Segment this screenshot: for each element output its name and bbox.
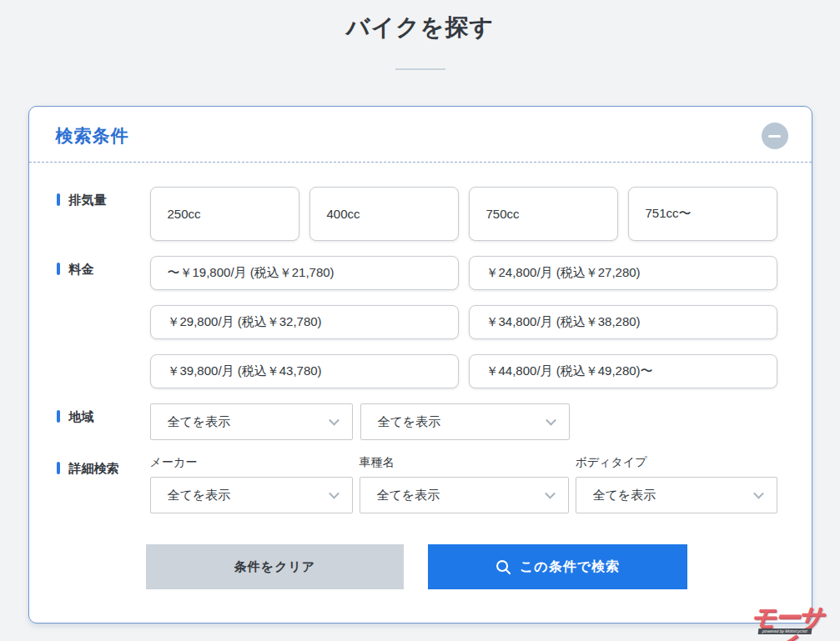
accent-bar-icon: [57, 410, 60, 423]
price-option-5[interactable]: ￥39,800/月 (税込￥43,780): [150, 354, 459, 388]
displacement-option-750cc[interactable]: 750cc: [469, 187, 618, 241]
mosai-logo[interactable]: モーサイ powered by Motorcyclist: [738, 603, 832, 638]
accent-bar-icon: [57, 462, 60, 474]
panel-title: 検索条件: [56, 124, 129, 148]
row-price: 料金 〜￥19,800/月 (税込￥21,780) ￥24,800/月 (税込￥…: [57, 256, 777, 388]
actions-row: 条件をクリア この条件で検索: [57, 544, 777, 589]
displacement-option-400cc[interactable]: 400cc: [309, 187, 459, 241]
search-conditions-panel: 検索条件 排気量 250cc 400cc 750cc 751cc〜: [28, 106, 812, 623]
chevron-down-icon: [546, 415, 556, 426]
displacement-options: 250cc 400cc 750cc 751cc〜: [150, 187, 777, 241]
panel-body: 排気量 250cc 400cc 750cc 751cc〜 料金 〜￥19,800…: [29, 163, 812, 623]
bodytype-select[interactable]: 全てを表示: [576, 477, 777, 513]
search-button-label: この条件で検索: [520, 558, 620, 576]
region-select-1[interactable]: 全てを表示: [150, 403, 353, 440]
price-option-4[interactable]: ￥34,800/月 (税込￥38,280): [469, 305, 777, 339]
region-select-2-value: 全てを表示: [378, 414, 441, 430]
collapse-button[interactable]: [762, 123, 788, 149]
maker-field: メーカー 全てを表示: [150, 455, 353, 513]
region-select-2[interactable]: 全てを表示: [360, 403, 570, 440]
displacement-label-text: 排気量: [69, 193, 107, 208]
accent-bar-icon: [57, 263, 60, 275]
price-label: 料金: [57, 256, 150, 388]
chevron-down-icon: [545, 488, 556, 499]
maker-field-label: メーカー: [150, 455, 353, 470]
maker-select[interactable]: 全てを表示: [150, 477, 353, 513]
panel-header: 検索条件: [29, 107, 812, 163]
detail-search-label-text: 詳細検索: [69, 461, 119, 477]
displacement-option-250cc[interactable]: 250cc: [150, 187, 299, 241]
row-detail-search: 詳細検索 メーカー 全てを表示 車種名 全てを表示: [57, 455, 777, 513]
displacement-option-751cc-plus[interactable]: 751cc〜: [628, 187, 777, 241]
displacement-label: 排気量: [57, 187, 150, 241]
title-divider: [395, 68, 445, 70]
page: バイクを探す 検索条件 排気量 250cc 400cc 750cc 751cc〜: [0, 0, 840, 623]
chevron-down-icon: [329, 488, 340, 499]
bodytype-field: ボディタイプ 全てを表示: [576, 455, 777, 513]
mosai-logo-text: モーサイ: [736, 603, 835, 641]
mosai-logo-subtext: powered by Motorcyclist: [758, 628, 812, 634]
price-label-text: 料金: [69, 262, 94, 278]
detail-fields: メーカー 全てを表示 車種名 全てを表示 ボ: [150, 455, 777, 513]
chevron-down-icon: [329, 415, 340, 426]
region-select-1-value: 全てを表示: [168, 414, 231, 430]
model-field: 車種名 全てを表示: [360, 455, 569, 513]
minus-icon: [768, 135, 781, 138]
model-field-label: 車種名: [360, 455, 569, 470]
row-region: 地域 全てを表示 全てを表示: [57, 403, 777, 440]
clear-conditions-button[interactable]: 条件をクリア: [146, 544, 404, 589]
accent-bar-icon: [57, 193, 60, 206]
search-button[interactable]: この条件で検索: [428, 544, 687, 589]
model-select[interactable]: 全てを表示: [360, 477, 569, 513]
region-selects: 全てを表示 全てを表示: [150, 403, 777, 440]
price-option-2[interactable]: ￥24,800/月 (税込￥27,280): [469, 256, 777, 290]
model-select-value: 全てを表示: [377, 488, 440, 503]
detail-search-label: 詳細検索: [57, 455, 150, 513]
price-options: 〜￥19,800/月 (税込￥21,780) ￥24,800/月 (税込￥27,…: [150, 256, 777, 388]
region-label-text: 地域: [69, 409, 94, 425]
price-option-3[interactable]: ￥29,800/月 (税込￥32,780): [150, 305, 459, 339]
region-label: 地域: [57, 403, 150, 440]
bodytype-field-label: ボディタイプ: [576, 455, 777, 470]
search-icon: [495, 559, 511, 575]
bodytype-select-value: 全てを表示: [593, 488, 656, 503]
price-option-6[interactable]: ￥44,800/月 (税込￥49,280)〜: [469, 354, 777, 388]
price-option-1[interactable]: 〜￥19,800/月 (税込￥21,780): [150, 256, 459, 290]
row-displacement: 排気量 250cc 400cc 750cc 751cc〜: [57, 187, 777, 241]
maker-select-value: 全てを表示: [168, 488, 231, 503]
page-title: バイクを探す: [0, 0, 840, 43]
chevron-down-icon: [753, 488, 764, 499]
